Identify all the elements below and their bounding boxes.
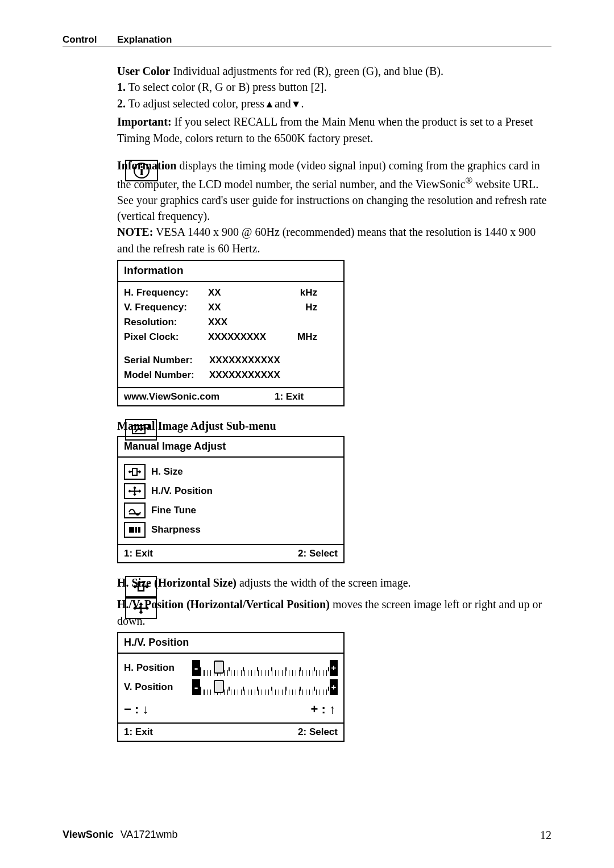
vfreq-unit: Hz xyxy=(294,301,317,314)
mia-osd-box: Manual Image Adjust H. Size H./V. Positi… xyxy=(117,436,345,563)
table-row: Resolution: XXX xyxy=(124,315,338,330)
res-label: Resolution: xyxy=(124,315,208,329)
footer-brand: ViewSonic xyxy=(63,829,114,842)
up-arrow-icon: ↑ xyxy=(329,702,335,716)
mia-item-2: Fine Tune xyxy=(151,504,196,517)
hpos-slider: - + xyxy=(192,660,338,676)
plus-icon: + xyxy=(330,679,338,695)
minus-icon: - xyxy=(192,679,200,695)
svg-rect-5 xyxy=(129,527,134,533)
svg-rect-6 xyxy=(135,527,137,533)
table-row: Serial Number: XXXXXXXXXXX xyxy=(124,353,338,368)
footer-model: VA1721wmb xyxy=(121,829,178,842)
hvpos-select: 2: Select xyxy=(231,725,338,739)
mia-glyph-icon xyxy=(132,424,150,435)
mia-exit: 1: Exit xyxy=(124,547,231,560)
hfreq-label: H. Frequency: xyxy=(124,286,208,300)
table-row: V. Frequency: XX Hz xyxy=(124,300,338,315)
hsize-left-icon xyxy=(125,575,166,597)
list-item: Fine Tune xyxy=(124,501,338,520)
plus-legend: + : xyxy=(311,702,329,716)
hpos-label: H. Position xyxy=(124,661,184,675)
down-triangle-icon: ▼ xyxy=(291,98,301,110)
up-triangle-icon: ▲ xyxy=(264,98,275,110)
hsize-icon xyxy=(124,464,146,480)
vfreq-label: V. Frequency: xyxy=(124,301,208,314)
sharpness-icon xyxy=(124,522,146,538)
information-icon: i xyxy=(125,160,158,181)
mia-item-3: Sharpness xyxy=(151,523,201,537)
minus-legend: − : xyxy=(124,702,142,716)
svg-point-2 xyxy=(146,425,148,428)
hsize-box-icon xyxy=(125,576,157,597)
res-value: XXX xyxy=(208,315,294,329)
serial-value: XXXXXXXXXXX xyxy=(209,354,280,367)
step2-text-a: To adjust selected color, press xyxy=(126,97,264,110)
step2-text-b: and xyxy=(275,97,291,110)
hfreq-value: XX xyxy=(208,286,294,300)
table-row: H. Frequency: XX kHz xyxy=(124,285,338,300)
header-explanation: Explanation xyxy=(117,34,172,45)
info-box-body: H. Frequency: XX kHz V. Frequency: XX Hz… xyxy=(118,282,343,388)
model-value: XXXXXXXXXXX xyxy=(209,368,280,382)
svg-rect-7 xyxy=(138,527,140,533)
table-header: Control Explanation xyxy=(63,34,551,47)
hvpos-box-title: H./V. Position xyxy=(118,633,343,654)
information-icon-container: i xyxy=(125,157,166,181)
list-item: H. Size xyxy=(124,462,338,481)
hvpos-box-icon xyxy=(125,597,157,619)
plus-icon: + xyxy=(330,660,338,676)
list-item: Sharpness xyxy=(124,520,338,539)
user-color-title: User Color xyxy=(117,65,171,77)
slider-thumb-icon xyxy=(214,661,224,674)
hvpos-exit: 1: Exit xyxy=(124,725,231,739)
page-footer: ViewSonic VA1721wmb 12 xyxy=(63,829,551,842)
info-letter-i-icon: i xyxy=(134,163,150,178)
hsize-paragraph: H. Size (Horizontal Size) adjusts the wi… xyxy=(117,575,551,591)
svg-rect-3 xyxy=(132,468,137,475)
note-text: VESA 1440 x 900 @ 60Hz (recommended) mea… xyxy=(117,226,536,254)
registered-mark: ® xyxy=(466,175,473,186)
vposition-row: V. Position - + xyxy=(124,678,338,697)
hvpos-paragraph: H./V. Position (Horizontal/Vertical Posi… xyxy=(117,596,551,742)
pclk-value: XXXXXXXXX xyxy=(208,330,294,344)
important-text: If you select RECALL from the Main Menu … xyxy=(117,115,533,144)
finetune-icon xyxy=(124,502,146,518)
svg-rect-0 xyxy=(132,426,145,434)
step2-num: 2. xyxy=(117,97,126,110)
info-footer-url: www.ViewSonic.com xyxy=(124,390,240,404)
step2-text-c: . xyxy=(301,97,304,110)
manual-image-adjust-icon xyxy=(125,419,157,441)
slider-track xyxy=(200,660,330,676)
hvpos-icon xyxy=(124,483,146,499)
info-box-title: Information xyxy=(118,261,343,282)
step1-num: 1. xyxy=(117,81,126,93)
mia-paragraph: Manual Image Adjust Sub-menu Manual Imag… xyxy=(117,418,551,563)
plus-minus-legend: − : ↓ + : ↑ xyxy=(124,697,338,718)
header-control: Control xyxy=(63,34,117,45)
note-label: NOTE: xyxy=(117,226,153,238)
list-item: H./V. Position xyxy=(124,481,338,501)
info-footer-exit: 1: Exit xyxy=(240,390,338,404)
table-row: Pixel Clock: XXXXXXXXX MHz xyxy=(124,330,338,344)
hvpos-box-body: H. Position - + V. Position xyxy=(118,654,343,724)
mia-list: H. Size H./V. Position Fine Tune xyxy=(118,458,343,545)
hsize-text: adjusts the width of the screen image. xyxy=(237,576,411,589)
slider-track xyxy=(200,679,330,695)
mia-item-1: H./V. Position xyxy=(151,484,213,498)
mia-icon-container xyxy=(125,418,166,441)
mia-select: 2: Select xyxy=(231,547,338,560)
svg-rect-8 xyxy=(138,583,144,591)
user-color-paragraph: User Color Individual adjustments for re… xyxy=(117,63,551,146)
user-color-text: Individual adjustments for red (R), gree… xyxy=(171,65,443,77)
vpos-slider: - + xyxy=(192,679,338,695)
hvpos-osd-box: H./V. Position H. Position - + xyxy=(117,632,345,742)
step1-text: To select color (R, G or B) press button… xyxy=(126,81,327,93)
mia-item-0: H. Size xyxy=(151,465,183,479)
slider-thumb-icon xyxy=(214,680,224,693)
serial-label: Serial Number: xyxy=(124,354,209,367)
pclk-unit: MHz xyxy=(294,330,317,344)
info-box-footer: www.ViewSonic.com 1: Exit xyxy=(118,388,343,405)
res-unit xyxy=(294,315,317,329)
mia-box-footer: 1: Exit 2: Select xyxy=(118,545,343,562)
